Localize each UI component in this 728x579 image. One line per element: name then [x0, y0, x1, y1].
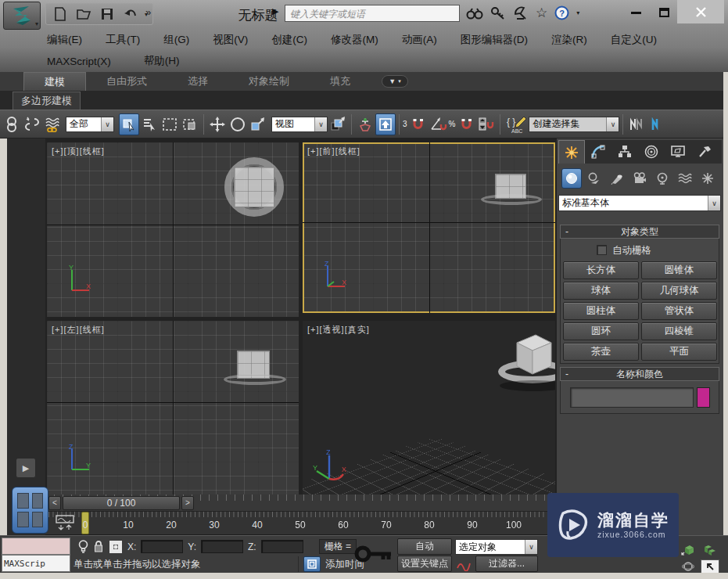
angle-snap-toggle-icon[interactable] [429, 113, 449, 135]
bind-to-space-warp-icon[interactable] [42, 113, 63, 135]
unlink-selection-icon[interactable] [22, 113, 42, 135]
autogrid-checkbox[interactable] [597, 245, 607, 255]
use-pivot-point-icon[interactable] [328, 113, 348, 135]
polygon-modeling-panel-tab[interactable]: 多边形建模 [13, 92, 81, 110]
maximize-button[interactable] [652, 3, 676, 22]
object-color-swatch[interactable] [697, 387, 710, 408]
menu-create[interactable]: 创建(C) [271, 33, 307, 47]
ribbon-tab-object-paint[interactable]: 对象绘制 [228, 72, 310, 91]
viewport-front-label[interactable]: [+][前][线框] [307, 146, 360, 157]
category-space-warps[interactable] [675, 168, 695, 189]
percent-snap-toggle-icon[interactable] [456, 113, 476, 135]
viewport-left[interactable]: Z Y [+][左][线框] [47, 321, 299, 494]
name-color-rollout-header[interactable]: - 名称和颜色 [560, 367, 719, 381]
auto-key-icon[interactable] [353, 541, 394, 567]
select-and-manipulate-icon[interactable] [355, 113, 375, 135]
ribbon-tab-selection[interactable]: 选择 [167, 72, 228, 91]
box-perspective[interactable] [507, 330, 555, 379]
zoom-extents-icon[interactable] [679, 543, 698, 557]
menu-tools[interactable]: 工具(T) [106, 33, 140, 47]
z-coord-field[interactable] [261, 540, 303, 553]
open-explorer-arrow-button[interactable]: ▶ [16, 458, 36, 478]
select-by-name-icon[interactable] [139, 113, 160, 135]
menu-maxscript[interactable]: MAXScript(X) [47, 56, 111, 67]
isolate-selection-icon[interactable] [78, 540, 88, 554]
mini-curve-editor-icon[interactable] [55, 514, 75, 531]
ribbon-tab-freeform[interactable]: 自由形式 [86, 72, 167, 91]
search-binoculars-icon[interactable] [466, 7, 483, 20]
select-and-rotate-icon[interactable] [228, 113, 248, 135]
qat-flyout-button[interactable]: » [145, 6, 151, 18]
search-expand-arrow[interactable]: ▶ [272, 6, 278, 16]
isolate-toggle-button[interactable] [303, 556, 321, 572]
new-file-button[interactable] [51, 5, 70, 23]
app-logo-button[interactable]: ▾ [3, 2, 41, 30]
button-cylinder[interactable]: 圆柱体 [563, 302, 639, 320]
category-lights[interactable] [607, 168, 627, 189]
auto-key-button[interactable]: 自动 [397, 538, 452, 555]
viewport-top-label[interactable]: [+][顶][线框] [52, 146, 105, 157]
snaps-toggle-icon[interactable] [408, 113, 429, 135]
button-teapot[interactable]: 茶壶 [563, 343, 639, 361]
edit-named-selection-sets-icon[interactable]: { }ABC [504, 113, 529, 135]
select-and-scale-icon[interactable] [248, 113, 268, 135]
button-cone[interactable]: 圆锥体 [641, 261, 717, 279]
selection-filter-combo[interactable]: 全部 ∨ [66, 117, 114, 132]
object-category-combo[interactable]: 标准基本体 ∨ [558, 195, 721, 211]
align-icon[interactable] [647, 113, 667, 135]
help-dropdown-arrow[interactable]: ▾ [576, 9, 579, 16]
help-icon[interactable]: ? [554, 5, 569, 20]
category-geometry[interactable] [561, 168, 582, 189]
tab-motion[interactable] [638, 140, 665, 164]
box-top-view[interactable] [234, 167, 274, 207]
previous-frame-button[interactable]: < [48, 496, 61, 510]
menu-group[interactable]: 组(G) [163, 33, 189, 47]
category-cameras[interactable] [629, 168, 650, 189]
select-object-button[interactable] [119, 113, 139, 135]
favorites-star-icon[interactable]: ☆ [536, 5, 547, 21]
maximize-viewport-toggle[interactable] [701, 559, 719, 574]
viewport-layout-tabs-button[interactable] [12, 487, 48, 534]
tab-modify[interactable] [585, 140, 611, 164]
menu-customize[interactable]: 自定义(U) [611, 33, 657, 47]
category-systems[interactable] [698, 168, 718, 189]
menu-help[interactable]: 帮助(H) [144, 54, 180, 68]
selection-lock-icon[interactable] [93, 540, 104, 553]
menu-modifiers[interactable]: 修改器(M) [331, 33, 378, 47]
menu-edit[interactable]: 编辑(E) [47, 33, 82, 47]
tab-hierarchy[interactable] [611, 140, 638, 164]
communication-key-icon[interactable] [490, 6, 506, 20]
use-center-flyout-button[interactable] [375, 113, 396, 135]
maxscript-macro-recorder[interactable] [2, 538, 70, 555]
orbit-icon[interactable] [679, 559, 698, 574]
close-button[interactable] [677, 0, 724, 23]
y-coord-field[interactable] [201, 540, 243, 553]
select-and-link-icon[interactable] [2, 113, 22, 135]
menu-graph-editors[interactable]: 图形编辑器(D) [461, 33, 528, 47]
ribbon-tab-modeling[interactable]: 建模 [23, 72, 86, 91]
time-slider[interactable]: 0 / 100 [63, 496, 180, 510]
set-key-button[interactable]: 设置关键点 [397, 556, 452, 572]
minimize-button[interactable] [624, 3, 647, 22]
viewport-left-label[interactable]: [+][左][线框] [52, 324, 105, 336]
button-tube[interactable]: 管状体 [641, 302, 717, 320]
button-pyramid[interactable]: 四棱锥 [641, 322, 717, 340]
mirror-icon[interactable] [626, 113, 647, 135]
zoom-extents-all-icon[interactable] [701, 543, 719, 557]
maxscript-mini-listener[interactable]: MAXScrip [2, 555, 70, 572]
menu-rendering[interactable]: 渲染(R) [551, 33, 587, 47]
category-helpers[interactable] [652, 168, 672, 189]
time-slider-track[interactable]: < 0 / 100 > [45, 494, 557, 512]
reference-coordinate-combo[interactable]: 视图 ∨ [271, 117, 328, 132]
key-filters-selected-combo[interactable]: 选定对象 ∨ [455, 539, 538, 555]
key-filters-button[interactable]: 过滤器... [475, 556, 538, 572]
named-selection-sets-combo[interactable]: 创建选择集 ∨ [529, 117, 619, 132]
next-frame-button[interactable]: > [181, 496, 194, 510]
object-type-rollout-header[interactable]: - 对象类型 [560, 225, 719, 239]
menu-views[interactable]: 视图(V) [213, 33, 248, 47]
tab-utilities[interactable] [691, 140, 718, 164]
category-shapes[interactable] [584, 168, 604, 189]
spinner-snap-toggle-icon[interactable] [476, 113, 497, 135]
select-and-move-icon[interactable] [207, 113, 228, 135]
tab-display[interactable] [665, 140, 691, 164]
